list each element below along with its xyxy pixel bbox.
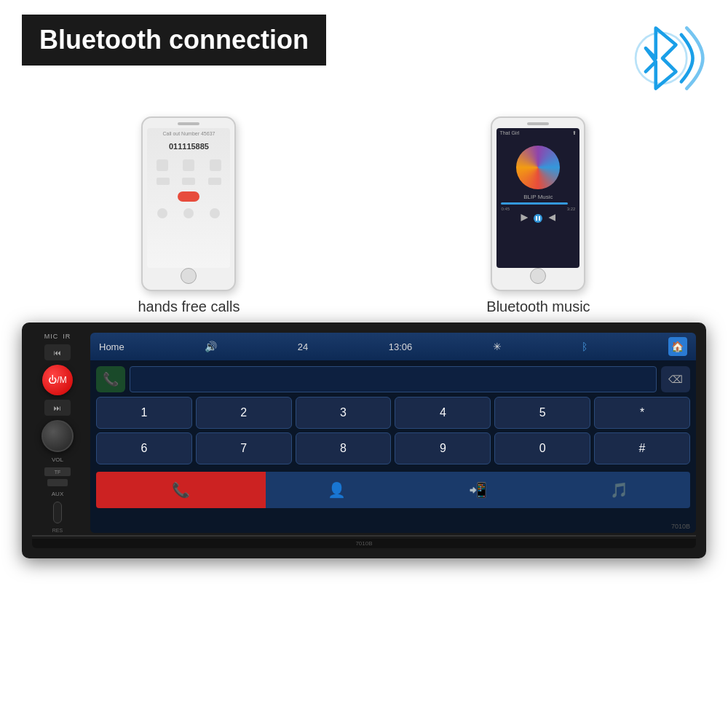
vol-label: VOL	[52, 456, 63, 463]
backspace-icon: ⌫	[668, 373, 683, 385]
pause-bar-1	[536, 216, 537, 221]
call-action-icon: 📞	[172, 481, 190, 499]
music-album-art	[516, 146, 560, 189]
feature2-label: Bluetooth music	[486, 298, 590, 315]
prev-icon: ⏮	[54, 349, 61, 357]
power-label: ⏻/M	[48, 375, 66, 385]
phone-screen-calls: Call out Number 45637 011115885	[147, 128, 230, 268]
num-btn-6[interactable]: 6	[96, 432, 192, 464]
dial-input-field[interactable]	[130, 366, 657, 392]
mic-label: MIC	[44, 333, 59, 340]
music-time-total: 3:22	[567, 207, 576, 211]
num-btn-4[interactable]: 4	[395, 397, 491, 429]
call-btn-3	[208, 178, 221, 185]
separator-line	[32, 535, 696, 537]
num-btn-1[interactable]: 1	[96, 397, 192, 429]
aux-label: AUX	[52, 491, 63, 497]
contact-action-icon: 👤	[328, 481, 346, 499]
phone-speaker-2	[527, 122, 549, 125]
model-number: 7010B	[671, 523, 690, 530]
num-btn-0[interactable]: 0	[494, 432, 590, 464]
phones-section: Call out Number 45637 011115885	[0, 116, 728, 315]
car-radio-wrapper: MIC IR ⏮ ⏻/M ⏭ VOL TF	[0, 315, 728, 558]
next-icon: ⏭	[54, 404, 61, 412]
music-time-labels: 0:45 3:22	[496, 207, 579, 211]
num-btn-8[interactable]: 8	[296, 432, 392, 464]
phone-speaker-1	[178, 122, 199, 125]
phone-call-icon-btn[interactable]: 📞	[96, 366, 125, 392]
volume-value: 24	[298, 341, 308, 352]
calllog-action-btn[interactable]: 📲	[407, 472, 548, 508]
action-bar: 📞 👤 📲 🎵	[96, 472, 690, 508]
music-share-icon: ⬆	[572, 130, 577, 136]
number-grid: 12345*67890#	[96, 397, 690, 464]
phone-screen-music: That Girl ⬆ BLIP Music 0:45 3:22	[496, 128, 579, 268]
call-btn-row	[147, 175, 230, 187]
music-time-current: 0:45	[501, 207, 510, 211]
title-box: Bluetooth connection	[22, 15, 326, 66]
brightness-icon: ✳	[493, 341, 502, 352]
tf-usb-area: TF	[44, 467, 71, 486]
pause-bar-2	[539, 216, 540, 221]
car-radio-inner: MIC IR ⏮ ⏻/M ⏭ VOL TF	[32, 333, 696, 533]
num-btn-*[interactable]: *	[594, 397, 690, 429]
mic-ir-labels: MIC IR	[44, 333, 71, 340]
bluetooth-symbol-area	[619, 15, 706, 102]
num-btn-3[interactable]: 3	[296, 397, 392, 429]
num-btn-9[interactable]: 9	[395, 432, 491, 464]
num-btn-#[interactable]: #	[594, 432, 690, 464]
main-title: Bluetooth connection	[39, 25, 309, 55]
num-btn-7[interactable]: 7	[196, 432, 292, 464]
feature1-label: hands free calls	[138, 298, 240, 315]
num-btn-5[interactable]: 5	[494, 397, 590, 429]
music-pause-btn	[534, 214, 542, 223]
music-action-icon: 🎵	[610, 481, 628, 499]
music-header-text: That Girl	[499, 130, 519, 136]
music-action-btn[interactable]: 🎵	[549, 472, 690, 508]
ir-label: IR	[63, 333, 71, 340]
bottom-strip: 7010B	[32, 539, 696, 548]
car-screen: Home 🔊 24 13:06 ✳ ᛒ 🏠 📞	[90, 333, 696, 533]
volume-knob[interactable]	[41, 420, 74, 452]
screen-header: Home 🔊 24 13:06 ✳ ᛒ 🏠	[90, 333, 696, 360]
bottom-icon-2	[183, 208, 194, 218]
dialpad-area: 📞 ⌫ 12345*67890# 📞	[90, 360, 696, 514]
call-btn-1	[157, 178, 170, 185]
num-btn-2[interactable]: 2	[196, 397, 292, 429]
music-controls	[496, 214, 579, 223]
next-btn[interactable]: ⏭	[44, 400, 71, 416]
contact-action-btn[interactable]: 👤	[266, 472, 407, 508]
bottom-icon-1	[157, 208, 167, 218]
call-icon-3	[210, 159, 221, 171]
music-track-name: BLIP Music	[496, 194, 579, 200]
home-icon-btn[interactable]: 🏠	[668, 337, 687, 356]
tf-label: TF	[55, 470, 61, 475]
call-btn-2	[182, 178, 195, 185]
call-status-text: Call out Number 45637	[147, 128, 230, 136]
bottom-icons-row	[147, 206, 230, 221]
car-radio: MIC IR ⏮ ⏻/M ⏭ VOL TF	[22, 323, 706, 558]
backspace-btn[interactable]: ⌫	[661, 366, 690, 392]
pause-bars	[536, 216, 540, 221]
music-prev-btn	[521, 214, 528, 221]
call-icon-2	[183, 159, 194, 171]
phone-home-btn-1	[181, 268, 197, 284]
power-btn[interactable]: ⏻/M	[42, 365, 73, 395]
phone-block-music: That Girl ⬆ BLIP Music 0:45 3:22	[486, 116, 590, 315]
aux-jack[interactable]	[53, 502, 62, 523]
music-next-btn	[548, 214, 555, 221]
tf-slot[interactable]: TF	[44, 467, 71, 476]
calllog-action-icon: 📲	[469, 481, 487, 499]
volume-icon: 🔊	[205, 341, 217, 352]
prev-btn[interactable]: ⏮	[44, 344, 71, 360]
phone-block-calls: Call out Number 45637 011115885	[138, 116, 240, 315]
model-strip-label: 7010B	[355, 540, 372, 547]
call-icons-row	[147, 157, 230, 174]
bottom-icon-3	[210, 208, 220, 218]
usb-slot[interactable]	[47, 479, 68, 486]
left-control-panel: MIC IR ⏮ ⏻/M ⏭ VOL TF	[32, 333, 83, 533]
res-label: RES	[52, 528, 63, 533]
music-progress-bar	[501, 202, 567, 205]
dial-input-row: 📞 ⌫	[96, 366, 690, 392]
call-action-btn[interactable]: 📞	[96, 472, 266, 508]
